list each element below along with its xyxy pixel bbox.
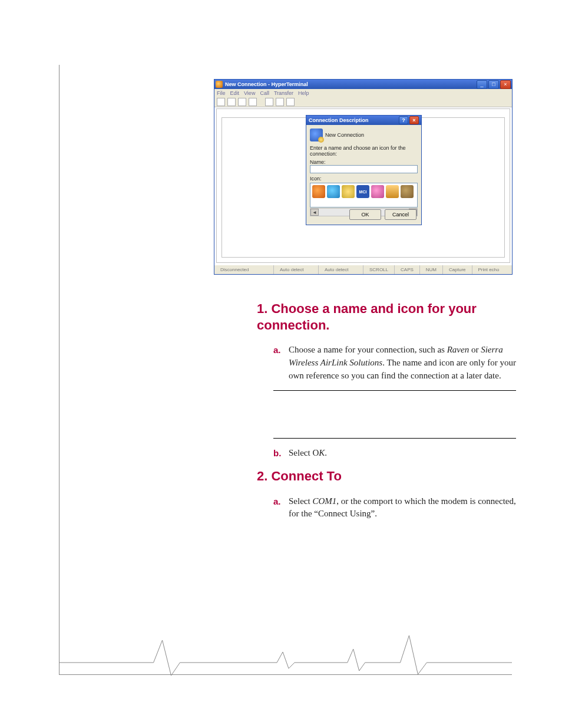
menu-edit[interactable]: Edit: [230, 90, 240, 96]
divider-top: [273, 390, 516, 391]
conn-icon-mci[interactable]: MCI: [356, 185, 369, 198]
dialog-close-button[interactable]: ×: [409, 116, 419, 124]
tool-call-icon[interactable]: [238, 98, 246, 106]
menu-transfer[interactable]: Transfer: [274, 90, 293, 96]
status-scroll: SCROLL: [363, 265, 394, 274]
status-num: NUM: [419, 265, 442, 274]
bullet-2a: a.: [273, 495, 289, 521]
maximize-button[interactable]: □: [488, 80, 499, 89]
status-connection: Disconnected: [214, 265, 273, 274]
page-frame: New Connection - HyperTerminal _ □ × Fil…: [59, 65, 512, 675]
tool-new-icon[interactable]: [217, 98, 225, 106]
name-label: Name:: [310, 159, 418, 165]
toolbar: [214, 97, 512, 107]
name-input[interactable]: [310, 165, 418, 173]
menu-help[interactable]: Help: [298, 90, 309, 96]
dialog-title: Connection Description: [309, 117, 369, 123]
app-icon: [216, 81, 223, 88]
step-1a: a. Choose a name for your connection, su…: [273, 344, 516, 382]
conn-icon-2[interactable]: [327, 185, 340, 198]
step-2a-text: Select COM1, or the comport to which the…: [289, 495, 516, 521]
status-bar: Disconnected Auto detect Auto detect SCR…: [214, 265, 512, 274]
conn-icon-5[interactable]: [371, 185, 384, 198]
scroll-left-icon[interactable]: ◄: [310, 209, 319, 216]
step-2a: a. Select COM1, or the comport to which …: [273, 495, 516, 521]
status-capture: Capture: [442, 265, 471, 274]
icon-picker[interactable]: MCI: [310, 183, 418, 207]
icon-label: Icon:: [310, 176, 418, 182]
dialog-help-button[interactable]: ?: [399, 116, 408, 124]
conn-icon-6[interactable]: [386, 185, 399, 198]
cancel-button[interactable]: Cancel: [385, 209, 416, 220]
status-auto2: Auto detect: [318, 265, 363, 274]
new-connection-icon: [310, 129, 323, 141]
connection-description-dialog: Connection Description ? × New Connectio…: [306, 115, 422, 225]
hyperterminal-window: New Connection - HyperTerminal _ □ × Fil…: [214, 79, 513, 275]
tool-open-icon[interactable]: [227, 98, 236, 106]
close-button[interactable]: ×: [500, 80, 511, 89]
tool-receive-icon[interactable]: [276, 98, 284, 106]
ok-button[interactable]: OK: [349, 209, 381, 220]
menu-view[interactable]: View: [244, 90, 255, 96]
step-1b-text: Select OK.: [289, 447, 516, 460]
conn-icon-3[interactable]: [342, 185, 355, 198]
step-1a-text: Choose a name for your connection, such …: [289, 344, 516, 382]
dialog-titlebar: Connection Description ? ×: [306, 116, 421, 125]
heading-2: 2. Connect To: [257, 468, 516, 485]
dialog-prompt: Enter a name and choose an icon for the …: [310, 145, 418, 157]
status-auto1: Auto detect: [273, 265, 318, 274]
tool-send-icon[interactable]: [265, 98, 273, 106]
status-print: Print echo: [472, 265, 505, 274]
conn-icon-7[interactable]: [401, 185, 414, 198]
bullet-b: b.: [273, 447, 289, 460]
conn-icon-1[interactable]: [312, 185, 325, 198]
step-1b: b. Select OK.: [273, 447, 516, 460]
status-caps: CAPS: [394, 265, 419, 274]
bullet-a: a.: [273, 344, 289, 382]
window-titlebar: New Connection - HyperTerminal _ □ ×: [214, 80, 512, 89]
menu-file[interactable]: File: [217, 90, 226, 96]
menu-call[interactable]: Call: [260, 90, 269, 96]
heading-1: 1. Choose a name and icon for your conne…: [257, 301, 516, 333]
menu-bar: File Edit View Call Transfer Help: [214, 89, 512, 97]
tool-hangup-icon[interactable]: [249, 98, 257, 106]
minimize-button[interactable]: _: [477, 80, 487, 89]
divider-bottom: [273, 438, 516, 439]
window-title: New Connection - HyperTerminal: [225, 81, 308, 87]
body-content: 1. Choose a name and icon for your conne…: [257, 301, 516, 526]
tool-properties-icon[interactable]: [286, 98, 295, 106]
new-connection-label: New Connection: [325, 132, 364, 138]
ecg-decoration: [59, 628, 512, 681]
